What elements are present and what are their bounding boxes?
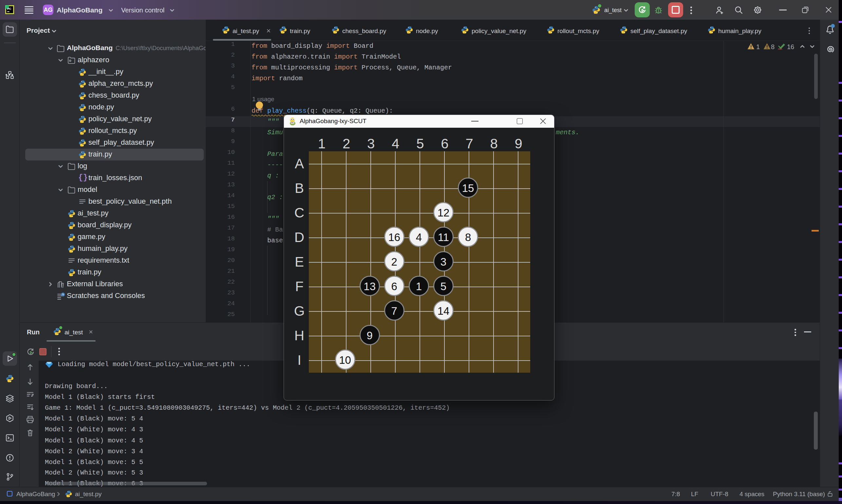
svg-text:PC: PC bbox=[7, 7, 12, 11]
